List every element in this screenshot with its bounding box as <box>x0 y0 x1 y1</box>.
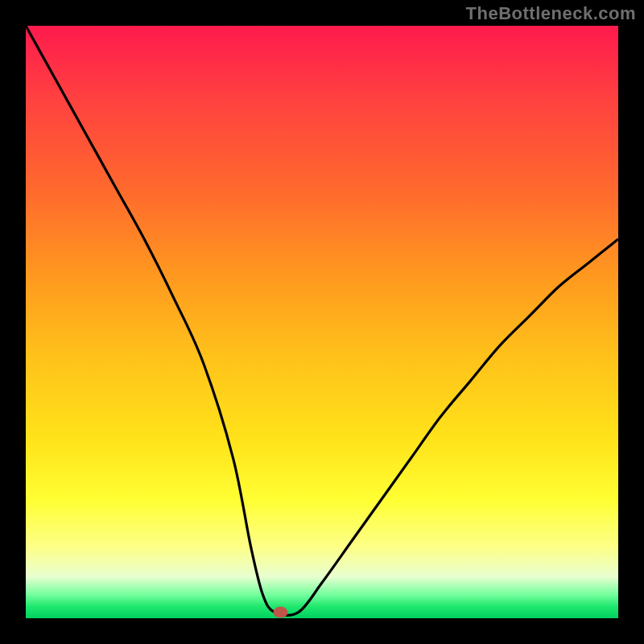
chart-frame: TheBottleneck.com <box>0 0 644 644</box>
bottleneck-curve-svg <box>26 26 618 618</box>
optimal-marker <box>274 607 288 618</box>
watermark-text: TheBottleneck.com <box>466 3 636 24</box>
bottleneck-curve <box>26 26 618 615</box>
plot-area <box>26 26 618 618</box>
